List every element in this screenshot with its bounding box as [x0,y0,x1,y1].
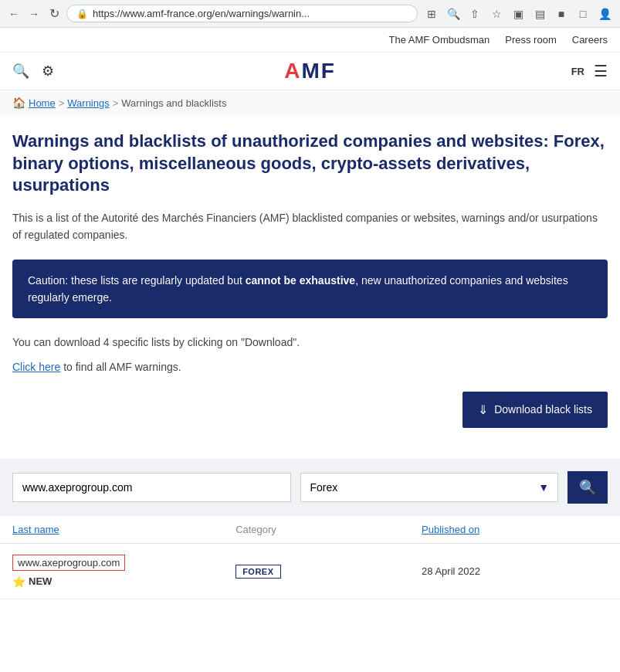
star-icon: ⭐ [12,575,25,588]
results-section: Last name Category Published on www.axep… [0,516,620,599]
back-button[interactable]: ← [6,6,22,22]
download-icon: ⇓ [478,402,488,417]
ext1-btn[interactable]: ▣ [509,5,527,23]
download-btn-label: Download black lists [494,403,592,416]
header-left: 🔍 ⚙ [12,63,54,80]
browser-actions: ⊞ 🔍 ⇧ ☆ ▣ ▤ ■ □ 👤 [422,5,614,23]
intro-text: This is a list of the Autorité des March… [12,209,608,244]
new-badge-row: ⭐ NEW [12,575,235,588]
row-name-cell: www.axeprogroup.com ⭐ NEW [12,555,235,588]
category-select[interactable]: Forex Binary options Miscellaneous goods… [300,473,559,502]
translate-btn[interactable]: ⊞ [422,5,441,23]
search-icon: 🔍 [579,479,596,496]
caution-text-prefix: Caution: these lists are regularly updat… [28,274,246,287]
lock-icon: 🔒 [76,8,88,19]
site-header: 🔍 ⚙ AMF FR ☰ [0,53,620,90]
nav-pressroom[interactable]: Press room [505,34,556,46]
site-logo[interactable]: AMF [284,59,336,83]
breadcrumb: 🏠 Home > Warnings > Warnings and blackli… [0,90,620,115]
new-badge: NEW [29,575,52,587]
row-category-cell: FOREX [235,565,422,577]
click-here-text: Click here to find all AMF warnings. [12,361,608,373]
main-content: Warnings and blacklists of unauthorized … [0,115,620,459]
breadcrumb-warnings[interactable]: Warnings [67,97,109,109]
home-icon: 🏠 [12,97,25,109]
search-page-btn[interactable]: 🔍 [444,5,462,23]
top-navigation: The AMF Ombudsman Press room Careers [0,28,620,53]
search-submit-button[interactable]: 🔍 [567,471,608,504]
nav-ombudsman[interactable]: The AMF Ombudsman [389,34,490,46]
breadcrumb-sep-2: > [113,97,119,109]
download-black-lists-button[interactable]: ⇓ Download black lists [462,392,608,428]
profile-btn[interactable]: 👤 [595,5,614,23]
address-text: https://www.amf-france.org/en/warnings/w… [93,8,408,19]
click-here-suffix: to find all AMF warnings. [60,361,181,373]
page-title: Warnings and blacklists of unauthorized … [12,131,608,197]
bookmark-btn[interactable]: ☆ [487,5,506,23]
click-here-link[interactable]: Click here [12,361,60,373]
browser-chrome: ← → ↻ 🔒 https://www.amf-france.org/en/wa… [0,0,620,28]
col-header-category: Category [235,524,422,535]
breadcrumb-home[interactable]: Home [29,97,56,109]
caution-box: Caution: these lists are regularly updat… [12,260,608,319]
col-header-published[interactable]: Published on [422,524,608,535]
table-header-row: Last name Category Published on [0,516,620,544]
header-right: FR ☰ [571,62,608,80]
logo-a: A [284,59,301,83]
logo-mf: MF [301,59,335,83]
row-name-link[interactable]: www.axeprogroup.com [12,555,125,571]
share-btn[interactable]: ⇧ [466,5,484,23]
category-badge: FOREX [235,565,280,579]
language-toggle[interactable]: FR [571,66,584,77]
ext4-btn[interactable]: □ [574,5,592,23]
category-select-wrapper: Forex Binary options Miscellaneous goods… [300,473,559,502]
download-info: You can download 4 specific lists by cli… [12,334,608,351]
breadcrumb-current: Warnings and blacklists [121,97,226,109]
address-bar[interactable]: 🔒 https://www.amf-france.org/en/warnings… [66,5,418,22]
forward-button[interactable]: → [26,6,42,22]
download-btn-row: ⇓ Download black lists [12,392,608,428]
breadcrumb-sep-1: > [59,97,65,109]
reload-button[interactable]: ↻ [46,6,62,22]
ext3-btn[interactable]: ■ [552,5,571,23]
hamburger-menu[interactable]: ☰ [594,62,608,80]
nav-careers[interactable]: Careers [572,34,608,46]
header-tools-button[interactable]: ⚙ [42,63,54,80]
ext2-btn[interactable]: ▤ [530,5,549,23]
caution-text-bold: cannot be exhaustive [246,274,355,287]
search-input[interactable] [12,473,291,502]
row-published-cell: 28 April 2022 [422,565,608,577]
table-row: www.axeprogroup.com ⭐ NEW FOREX 28 April… [0,544,620,599]
col-header-name[interactable]: Last name [12,524,235,535]
header-search-button[interactable]: 🔍 [12,63,29,80]
search-section: Forex Binary options Miscellaneous goods… [0,459,620,516]
